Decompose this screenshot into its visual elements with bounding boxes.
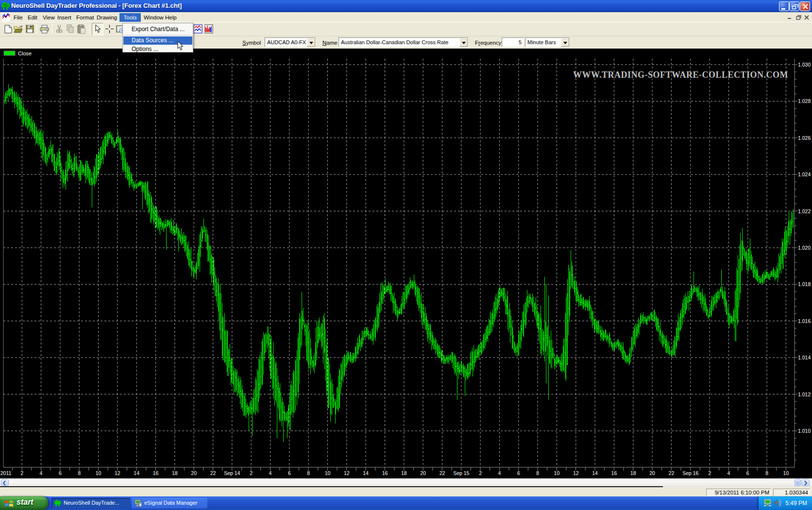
svg-text:4: 4 <box>269 470 272 476</box>
svg-text:18: 18 <box>630 470 636 476</box>
svg-text:22: 22 <box>440 470 445 476</box>
svg-text:2: 2 <box>708 470 711 476</box>
svg-text:22: 22 <box>669 470 675 476</box>
svg-text:6: 6 <box>59 470 62 476</box>
svg-text:Sep 14: Sep 14 <box>224 470 240 476</box>
svg-text:Sep 15: Sep 15 <box>453 470 469 476</box>
svg-text:12: 12 <box>344 470 350 476</box>
svg-text:Close: Close <box>18 51 32 56</box>
svg-text:8: 8 <box>765 470 768 476</box>
svg-text:6: 6 <box>288 470 291 476</box>
svg-text:16: 16 <box>382 470 388 476</box>
svg-text:2: 2 <box>20 470 23 476</box>
svg-text:1.020: 1.020 <box>798 245 811 251</box>
svg-text:1.014: 1.014 <box>798 355 811 360</box>
svg-text:10: 10 <box>96 470 102 476</box>
svg-text:1.024: 1.024 <box>798 171 811 177</box>
svg-text:1.018: 1.018 <box>798 281 811 287</box>
svg-text:4: 4 <box>498 470 501 476</box>
svg-text:6: 6 <box>746 470 749 476</box>
svg-text:14: 14 <box>592 470 598 476</box>
svg-text:8: 8 <box>307 470 310 476</box>
svg-text:4: 4 <box>40 470 43 476</box>
svg-text:16: 16 <box>153 470 159 476</box>
svg-text:14: 14 <box>363 470 369 476</box>
svg-text:1.022: 1.022 <box>798 208 811 214</box>
svg-text:22: 22 <box>210 470 216 476</box>
svg-text:14: 14 <box>134 470 139 476</box>
svg-text:8: 8 <box>536 470 539 476</box>
svg-text:18: 18 <box>401 470 407 476</box>
svg-text:20: 20 <box>420 470 426 476</box>
svg-text:12: 12 <box>573 470 579 476</box>
svg-text:Sep 16: Sep 16 <box>682 470 698 476</box>
svg-text:16: 16 <box>611 470 617 476</box>
svg-text:1.010: 1.010 <box>798 428 811 434</box>
svg-text:10: 10 <box>783 470 789 476</box>
svg-text:10: 10 <box>325 470 331 476</box>
svg-text:20: 20 <box>649 470 655 476</box>
svg-text:1.016: 1.016 <box>798 318 811 324</box>
svg-text:1.026: 1.026 <box>798 135 811 141</box>
svg-text:10: 10 <box>554 470 560 476</box>
svg-text:1.012: 1.012 <box>798 391 811 397</box>
svg-text:2011: 2011 <box>0 470 12 476</box>
svg-text:2: 2 <box>479 470 482 476</box>
svg-text:1.028: 1.028 <box>798 98 811 104</box>
svg-text:8: 8 <box>78 470 81 476</box>
svg-text:WWW.TRADING-SOFTWARE-COLLECTIO: WWW.TRADING-SOFTWARE-COLLECTION.COM <box>573 70 788 80</box>
svg-text:12: 12 <box>115 470 120 476</box>
svg-text:18: 18 <box>172 470 178 476</box>
svg-text:4: 4 <box>727 470 730 476</box>
svg-text:1.030: 1.030 <box>798 62 811 68</box>
svg-text:20: 20 <box>191 470 197 476</box>
svg-text:2: 2 <box>250 470 253 476</box>
svg-text:6: 6 <box>517 470 520 476</box>
